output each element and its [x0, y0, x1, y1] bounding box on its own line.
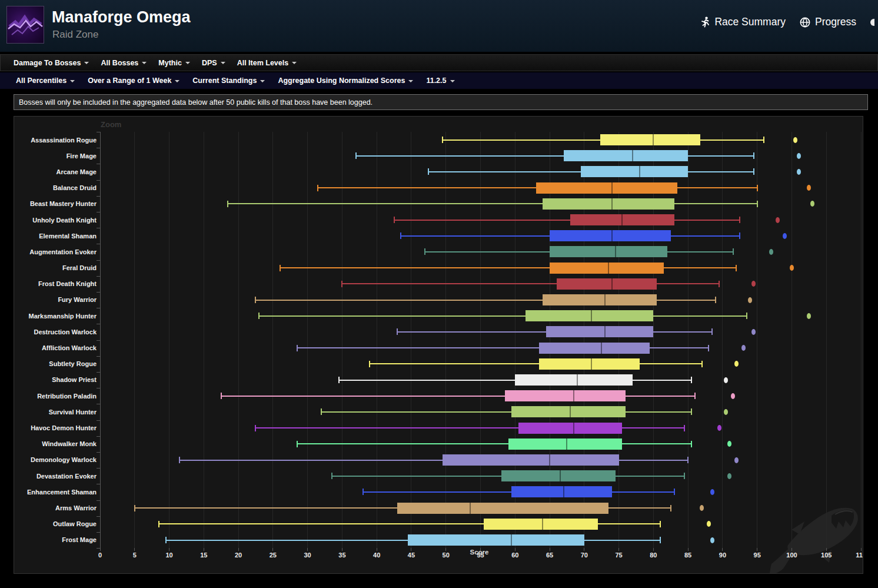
outlier-dot[interactable] [797, 153, 801, 159]
outlier-dot[interactable] [734, 361, 739, 367]
boxplot-box[interactable] [511, 406, 626, 417]
outlier-dot[interactable] [807, 313, 811, 319]
boxplot-box[interactable] [508, 438, 623, 450]
boxplot-row [100, 484, 861, 500]
outlier-dot[interactable] [700, 505, 704, 511]
boxplot-box[interactable] [600, 134, 700, 145]
boxplot-box[interactable] [408, 534, 584, 546]
page-subtitle: Raid Zone [52, 29, 98, 41]
category-label: Frost Death Knight [14, 276, 97, 292]
outlier-dot[interactable] [727, 473, 731, 479]
boxplot-row [100, 292, 861, 308]
boxplot-box[interactable] [501, 470, 616, 481]
median-line [591, 358, 592, 370]
outlier-dot[interactable] [751, 329, 756, 335]
outlier-dot[interactable] [724, 377, 728, 383]
dropdown-current-standings[interactable]: Current Standings [192, 77, 265, 85]
dropdown-aggregate-using-normalized-scores[interactable]: Aggregate Using Normalized Scores [278, 77, 413, 85]
outlier-dot[interactable] [793, 137, 797, 143]
boxplot-row [100, 500, 861, 516]
median-line [549, 454, 550, 466]
boxplot-box[interactable] [557, 278, 657, 290]
outlier-dot[interactable] [707, 521, 711, 527]
boxplot-box[interactable] [539, 343, 650, 354]
outlier-dot[interactable] [717, 425, 721, 431]
outlier-dot[interactable] [783, 233, 787, 239]
whisker-cap-high [739, 217, 740, 223]
outlier-dot[interactable] [790, 265, 794, 271]
whisker-cap-low [317, 185, 318, 191]
whisker-cap-high [691, 408, 692, 415]
outlier-dot[interactable] [724, 409, 728, 415]
boxplot-box[interactable] [511, 486, 611, 497]
x-axis-tick [445, 548, 446, 551]
runner-icon [701, 16, 710, 28]
chevron-down-icon [185, 62, 190, 64]
boxplot-box[interactable] [526, 310, 653, 321]
boxplot-box[interactable] [536, 182, 678, 194]
outlier-dot[interactable] [769, 249, 773, 255]
progress-link[interactable]: Progress [800, 16, 856, 28]
boxplot-box[interactable] [539, 358, 639, 370]
dropdown-damage-to-bosses[interactable]: Damage To Bosses [14, 59, 89, 67]
zone-thumbnail-image[interactable] [6, 6, 44, 44]
x-axis-tick [791, 548, 792, 551]
outlier-dot[interactable] [748, 297, 752, 303]
dropdown-11-2-5[interactable]: 11.2.5 [426, 77, 454, 85]
median-line [611, 230, 613, 241]
whisker-cap-high [691, 377, 692, 383]
boxplot-chart-panel: Zoom Assassination RogueFire MageArcane … [14, 116, 863, 574]
dropdown-dps[interactable]: DPS [202, 59, 225, 67]
median-line [470, 503, 471, 514]
boxplot-box[interactable] [546, 326, 653, 337]
boxplot-box[interactable] [550, 263, 664, 274]
boxplot-box[interactable] [515, 374, 633, 386]
x-axis-tick-label: 90 [711, 552, 734, 559]
outlier-dot[interactable] [710, 489, 714, 495]
whisker-cap-high [763, 137, 764, 143]
outlier-dot[interactable] [727, 441, 731, 447]
boxplot-row [100, 228, 861, 244]
category-label: Elemental Shaman [14, 228, 97, 244]
x-axis-tick-label: 5 [123, 552, 147, 559]
whisker-cap-low [331, 473, 332, 479]
boxplot-box[interactable] [550, 246, 667, 257]
whisker-cap-high [660, 537, 661, 543]
outlier-dot[interactable] [731, 393, 735, 399]
outlier-dot[interactable] [776, 217, 780, 223]
whisker-cap-low [341, 281, 342, 287]
x-axis-tick-label: 35 [330, 552, 354, 559]
dropdown-all-bosses[interactable]: All Bosses [101, 59, 147, 67]
category-label: Havoc Demon Hunter [14, 420, 97, 436]
chevron-down-icon [70, 80, 75, 82]
dropdown-mythic[interactable]: Mythic [158, 59, 190, 67]
cutoff-menu-icon[interactable] [870, 17, 874, 28]
dropdown-label: Damage To Bosses [14, 59, 81, 67]
boxplot-box[interactable] [550, 230, 671, 241]
category-label: Shadow Priest [14, 372, 97, 388]
boxplot-row [100, 452, 861, 468]
outlier-dot[interactable] [810, 201, 814, 207]
outlier-dot[interactable] [751, 281, 756, 287]
outlier-dot[interactable] [734, 457, 739, 463]
boxplot-box[interactable] [505, 390, 626, 401]
x-axis-tick-label: 20 [227, 552, 250, 559]
dropdown-over-a-range-of-1-week[interactable]: Over a Range of 1 Week [88, 77, 179, 85]
boxplot-box[interactable] [518, 423, 622, 434]
outlier-dot[interactable] [807, 185, 811, 191]
dropdown-all-percentiles[interactable]: All Percentiles [16, 77, 75, 85]
boxplot-box[interactable] [443, 454, 619, 466]
boxplot-box[interactable] [564, 150, 689, 161]
boxplot-row [100, 132, 861, 148]
outlier-dot[interactable] [710, 537, 714, 543]
dropdown-all-item-levels[interactable]: All Item Levels [237, 59, 297, 67]
whisker-cap-low [355, 152, 357, 159]
boxplot-box[interactable] [543, 198, 674, 210]
boxplot-box[interactable] [397, 503, 608, 514]
outlier-dot[interactable] [741, 345, 746, 351]
boxplot-box[interactable] [484, 519, 598, 530]
boxplot-box[interactable] [543, 294, 657, 305]
race-summary-link[interactable]: Race Summary [701, 16, 786, 28]
outlier-dot[interactable] [797, 169, 801, 175]
boxplot-box[interactable] [581, 166, 688, 177]
